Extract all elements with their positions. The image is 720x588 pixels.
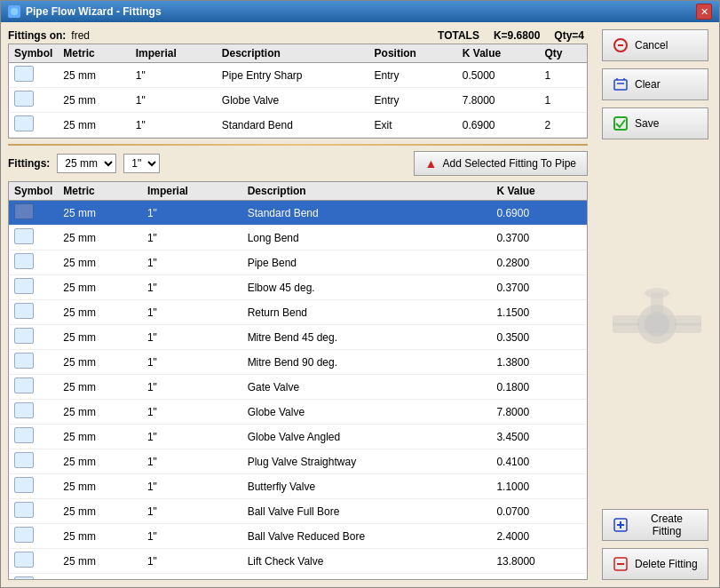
cancel-label: Cancel: [635, 39, 668, 52]
description-cell: Elbow 45 deg.: [242, 275, 492, 300]
description-cell: Pipe Entry Sharp: [217, 63, 369, 88]
symbol-cell: [9, 524, 58, 549]
metric-select[interactable]: 25 mm: [57, 154, 116, 173]
symbol-cell: [9, 63, 58, 88]
create-fitting-button[interactable]: Create Fitting: [602, 509, 708, 541]
imperial-cell: 1": [142, 499, 242, 524]
symbol-cell: [9, 113, 58, 138]
list-item[interactable]: 25 mm 1" Standard Bend 0.6900: [9, 201, 587, 226]
sym-icon: [14, 477, 34, 493]
list-item[interactable]: 25 mm 1" Pipe Bend 0.2800: [9, 250, 587, 275]
sym-icon: [14, 377, 34, 393]
list-item[interactable]: 25 mm 1" Globe Valve 7.8000: [9, 400, 587, 425]
description-cell: Long Bend: [242, 226, 492, 250]
main-area: Fittings on: fred TOTALS K=9.6800 Qty=4: [1, 22, 595, 587]
list-item[interactable]: 25 mm 1" Plug Valve Straightway 0.4100: [9, 449, 587, 474]
kvalue-cell: 0.3500: [491, 325, 587, 350]
description-cell: Ball Valve Full Bore: [242, 499, 492, 524]
list-item[interactable]: 25 mm 1" Butterfly Valve 1.1000: [9, 474, 587, 499]
metric-cell: 25 mm: [58, 325, 142, 350]
top-table: Symbol Metric Imperial Description Posit…: [9, 44, 587, 138]
description-cell: Butterfly Valve: [242, 474, 492, 499]
sym-icon: [14, 353, 34, 369]
create-label: Create Fitting: [635, 513, 699, 537]
symbol-cell: [9, 300, 58, 325]
delete-label: Delete Fitting: [635, 558, 698, 570]
imperial-select[interactable]: 1": [123, 154, 160, 173]
symbol-cell: [9, 499, 58, 524]
table-row[interactable]: 25 mm 1" Standard Bend Exit 0.6900 2: [9, 113, 587, 138]
list-item[interactable]: 25 mm 1" Ball Valve Reduced Bore 2.4000: [9, 524, 587, 549]
list-item[interactable]: 25 mm 1" Ball Valve Full Bore 0.0700: [9, 499, 587, 524]
position-cell: Exit: [369, 113, 457, 138]
position-cell: Entry: [369, 63, 457, 88]
svg-rect-3: [614, 80, 627, 90]
metric-cell: 25 mm: [58, 350, 142, 375]
kvalue-cell: 0.3700: [491, 275, 587, 300]
list-item[interactable]: 25 mm 1" Mitre Bend 90 deg. 1.3800: [9, 350, 587, 375]
list-item[interactable]: 25 mm 1" Gate Valve 0.1800: [9, 375, 587, 400]
fittings-selector-row: Fittings: 25 mm 1" ▲ Add Selected Fittin…: [8, 151, 588, 176]
sym-icon: [14, 228, 34, 244]
list-item[interactable]: 25 mm 1" Lift Check Valve 13.8000: [9, 549, 587, 574]
clear-button[interactable]: Clear: [602, 68, 708, 100]
list-item[interactable]: 25 mm 1" Globe Valve Angled 3.4500: [9, 425, 587, 449]
add-fitting-button[interactable]: ▲ Add Selected Fitting To Pipe: [414, 151, 588, 176]
imperial-cell: 1": [131, 88, 217, 113]
table-row[interactable]: 25 mm 1" Pipe Entry Sharp Entry 0.5000 1: [9, 63, 587, 88]
symbol-cell: [9, 250, 58, 275]
metric-cell: 25 mm: [58, 375, 142, 400]
add-arrow-icon: ▲: [425, 156, 438, 171]
bottom-table: Symbol Metric Imperial Description K Val…: [9, 182, 587, 579]
svg-point-13: [645, 288, 669, 298]
list-item[interactable]: 25 mm 1" Elbow 45 deg. 0.3700: [9, 275, 587, 300]
add-button-label: Add Selected Fitting To Pipe: [442, 157, 576, 170]
qty-cell: 2: [539, 113, 587, 138]
metric-cell: 25 mm: [58, 425, 142, 449]
clear-label: Clear: [635, 78, 661, 91]
bottom-table-container: Symbol Metric Imperial Description K Val…: [8, 181, 588, 580]
top-section: Fittings on: fred TOTALS K=9.6800 Qty=4: [8, 29, 588, 139]
metric-cell: 25 mm: [58, 63, 130, 88]
delete-fitting-button[interactable]: Delete Fitting: [602, 548, 708, 580]
list-item[interactable]: 25 mm 1" Mitre Bend 45 deg. 0.3500: [9, 325, 587, 350]
imperial-cell: 1": [142, 325, 242, 350]
symbol-cell: [9, 325, 58, 350]
top-col-metric: Metric: [58, 44, 130, 63]
imperial-cell: 1": [142, 524, 242, 549]
top-col-description: Description: [217, 44, 369, 63]
sym-icon: [14, 402, 34, 418]
symbol-cell: [9, 350, 58, 375]
imperial-cell: 1": [142, 350, 242, 375]
kvalue-cell: 7.8000: [457, 88, 540, 113]
metric-cell: 25 mm: [58, 88, 130, 113]
kvalue-cell: 0.6900: [491, 201, 587, 226]
top-col-symbol: Symbol: [9, 44, 58, 63]
k-value: K=9.6800: [494, 29, 540, 42]
bot-col-description: Description: [242, 182, 492, 201]
imperial-cell: 1": [131, 113, 217, 138]
kvalue-cell: 0.5000: [457, 63, 540, 88]
table-row[interactable]: 25 mm 1" Globe Valve Entry 7.8000 1: [9, 88, 587, 113]
description-cell: Mitre Bend 45 deg.: [242, 325, 492, 350]
symbol-cell: [9, 201, 58, 226]
symbol-cell: [9, 449, 58, 474]
sym-icon: [14, 66, 34, 82]
metric-cell: 25 mm: [58, 499, 142, 524]
imperial-cell: 1": [131, 63, 217, 88]
bottom-table-scroll[interactable]: Symbol Metric Imperial Description K Val…: [9, 182, 587, 579]
bot-col-metric: Metric: [58, 182, 142, 201]
valve-image: [595, 147, 719, 502]
svg-rect-14: [639, 315, 675, 333]
list-item[interactable]: 25 mm 1" Lift Check Valve Angled 1.3000: [9, 574, 587, 580]
save-button[interactable]: Save: [602, 107, 708, 139]
window-title: Pipe Flow Wizard - Fittings: [26, 5, 162, 18]
sym-icon: [14, 91, 34, 107]
list-item[interactable]: 25 mm 1" Long Bend 0.3700: [9, 226, 587, 250]
kvalue-cell: 1.1000: [491, 474, 587, 499]
list-item[interactable]: 25 mm 1" Return Bend 1.1500: [9, 300, 587, 325]
close-button[interactable]: ✕: [696, 4, 712, 20]
bot-col-symbol: Symbol: [9, 182, 58, 201]
cancel-button[interactable]: Cancel: [602, 29, 708, 61]
top-table-container: Symbol Metric Imperial Description Posit…: [8, 44, 588, 139]
